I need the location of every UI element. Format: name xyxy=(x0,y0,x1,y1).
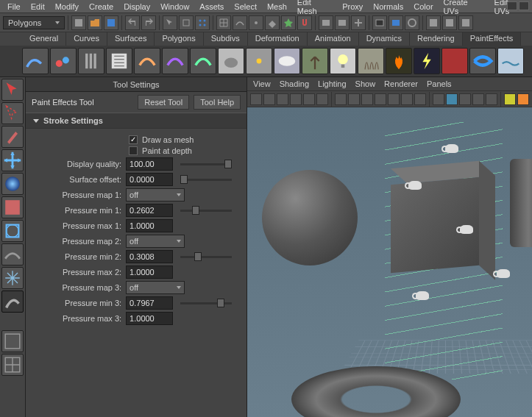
dock-close-icon[interactable] xyxy=(519,1,529,10)
vp-menu-shading[interactable]: Shading xyxy=(280,79,309,88)
vp-field-chart-icon[interactable] xyxy=(388,93,400,105)
menu-color[interactable]: Color xyxy=(409,1,437,13)
vp-menu-panels[interactable]: Panels xyxy=(427,79,452,88)
vp-grease-pencil-icon[interactable] xyxy=(316,93,328,105)
paint-select-tool-icon[interactable] xyxy=(1,126,24,148)
construction-history-icon[interactable] xyxy=(351,15,366,30)
menu-createuvs[interactable]: Create UVs xyxy=(439,0,489,17)
new-scene-icon[interactable] xyxy=(71,15,86,30)
vp-imageplane-icon[interactable] xyxy=(290,93,302,105)
shelf-brush-set-icon[interactable] xyxy=(78,48,104,74)
pressure-min-3-slider[interactable] xyxy=(180,302,232,304)
pressure-map-3-dropdown[interactable]: off xyxy=(126,281,185,294)
vp-menu-lighting[interactable]: Lighting xyxy=(318,79,347,88)
shelf-cloud-icon[interactable] xyxy=(274,48,300,74)
menu-editmesh[interactable]: Edit Mesh xyxy=(293,0,336,17)
pressure-min-2-slider[interactable] xyxy=(180,256,232,258)
vp-textured-icon[interactable] xyxy=(459,93,471,105)
shelf-flip-tube-icon[interactable] xyxy=(190,48,216,74)
shelf-paint-canvas-icon[interactable] xyxy=(50,48,77,74)
show-tool-settings-icon[interactable] xyxy=(442,15,457,30)
shelf-template-brush-icon[interactable] xyxy=(106,48,132,74)
surface-offset-input[interactable] xyxy=(126,173,173,186)
snap-point-icon[interactable] xyxy=(249,15,263,30)
tool-help-button[interactable]: Tool Help xyxy=(194,95,241,110)
shelf-tab-painteffects[interactable]: PaintEffects xyxy=(463,32,522,46)
universal-manip-icon[interactable] xyxy=(1,220,24,242)
shelf-teapot-icon[interactable] xyxy=(218,48,244,74)
shelf-mesh-brush-icon[interactable] xyxy=(469,48,496,74)
shelf-make-paintable-icon[interactable] xyxy=(134,48,160,74)
shelf-lightbulb-icon[interactable] xyxy=(330,48,356,74)
vp-2d-pan-icon[interactable] xyxy=(303,93,315,105)
vp-wireframe-icon[interactable] xyxy=(433,93,444,105)
pressure-max-3-input[interactable] xyxy=(126,312,173,325)
select-by-hierarchy-icon[interactable] xyxy=(163,15,177,30)
shelf-tab-animation[interactable]: Animation xyxy=(308,32,359,46)
vp-resolution-gate-icon[interactable] xyxy=(361,93,373,105)
vp-lights-icon[interactable] xyxy=(472,93,484,105)
select-tool-icon[interactable] xyxy=(1,79,24,101)
select-by-object-icon[interactable] xyxy=(179,15,194,30)
save-scene-icon[interactable] xyxy=(104,15,118,30)
vp-xray-icon[interactable] xyxy=(517,93,529,105)
move-tool-icon[interactable] xyxy=(1,149,24,171)
input-history-icon[interactable] xyxy=(319,15,333,30)
shelf-daisy-icon[interactable] xyxy=(246,48,272,74)
shelf-tab-curves[interactable]: Curves xyxy=(66,32,107,46)
menu-modify[interactable]: Modify xyxy=(51,1,83,13)
vp-menu-renderer[interactable]: Renderer xyxy=(384,79,418,88)
snap-curve-icon[interactable] xyxy=(233,15,247,30)
shelf-red-brush-icon[interactable] xyxy=(441,48,468,74)
vp-menu-show[interactable]: Show xyxy=(355,79,376,88)
render-current-icon[interactable] xyxy=(372,15,387,30)
snap-live-icon[interactable] xyxy=(281,15,296,30)
shelf-lightning-icon[interactable] xyxy=(414,48,440,74)
shelf-tab-general[interactable]: General xyxy=(22,32,66,46)
surface-offset-slider[interactable] xyxy=(180,179,232,181)
show-attribute-editor-icon[interactable] xyxy=(426,15,441,30)
last-tool-icon[interactable] xyxy=(1,291,24,313)
vp-menu-view[interactable]: View xyxy=(253,79,271,88)
lasso-tool-icon[interactable] xyxy=(1,102,24,124)
vp-safe-action-icon[interactable] xyxy=(401,93,413,105)
menu-mesh[interactable]: Mesh xyxy=(263,1,291,13)
open-scene-icon[interactable] xyxy=(88,15,102,30)
menu-create[interactable]: Create xyxy=(85,1,118,13)
menu-normals[interactable]: Normals xyxy=(369,1,408,13)
menu-file[interactable]: File xyxy=(3,1,25,13)
vp-camera-attr-icon[interactable] xyxy=(263,93,275,105)
pressure-max-1-input[interactable] xyxy=(126,219,173,232)
menu-assets[interactable]: Assets xyxy=(195,1,228,13)
pressure-map-2-dropdown[interactable]: off xyxy=(126,235,185,248)
vp-gate-mask-icon[interactable] xyxy=(375,93,386,105)
undo-icon[interactable] xyxy=(125,15,140,30)
menu-edit[interactable]: Edit xyxy=(26,1,49,13)
rotate-tool-icon[interactable] xyxy=(1,173,24,195)
vp-grid-icon[interactable] xyxy=(335,93,347,105)
reset-tool-button[interactable]: Reset Tool xyxy=(138,95,189,110)
ipr-render-icon[interactable] xyxy=(389,15,403,30)
dock-minimize-icon[interactable] xyxy=(507,1,517,10)
vp-safe-title-icon[interactable] xyxy=(414,93,426,105)
mode-selector[interactable]: Polygons xyxy=(3,16,65,29)
single-pane-icon[interactable] xyxy=(1,330,24,352)
output-history-icon[interactable] xyxy=(335,15,350,30)
vp-isolate-icon[interactable] xyxy=(504,93,516,105)
show-manip-icon[interactable] xyxy=(1,267,24,289)
shelf-tab-dynamics[interactable]: Dynamics xyxy=(359,32,410,46)
shelf-paint-tool-icon[interactable] xyxy=(22,48,49,74)
draw-as-mesh-checkbox[interactable] xyxy=(129,135,138,144)
snap-plane-icon[interactable] xyxy=(265,15,280,30)
shelf-water-icon[interactable] xyxy=(497,48,524,74)
menu-select[interactable]: Select xyxy=(230,1,261,13)
shelf-hair-icon[interactable] xyxy=(358,48,384,74)
viewport-3d[interactable] xyxy=(247,107,532,417)
shelf-tab-polygons[interactable]: Polygons xyxy=(155,32,203,46)
select-by-component-icon[interactable] xyxy=(195,15,210,30)
shelf-share-brush-icon[interactable] xyxy=(162,48,188,74)
menu-display[interactable]: Display xyxy=(119,1,155,13)
four-pane-icon[interactable] xyxy=(1,354,24,376)
shelf-tab-rendering[interactable]: Rendering xyxy=(410,32,463,46)
pressure-min-2-input[interactable] xyxy=(126,250,173,263)
